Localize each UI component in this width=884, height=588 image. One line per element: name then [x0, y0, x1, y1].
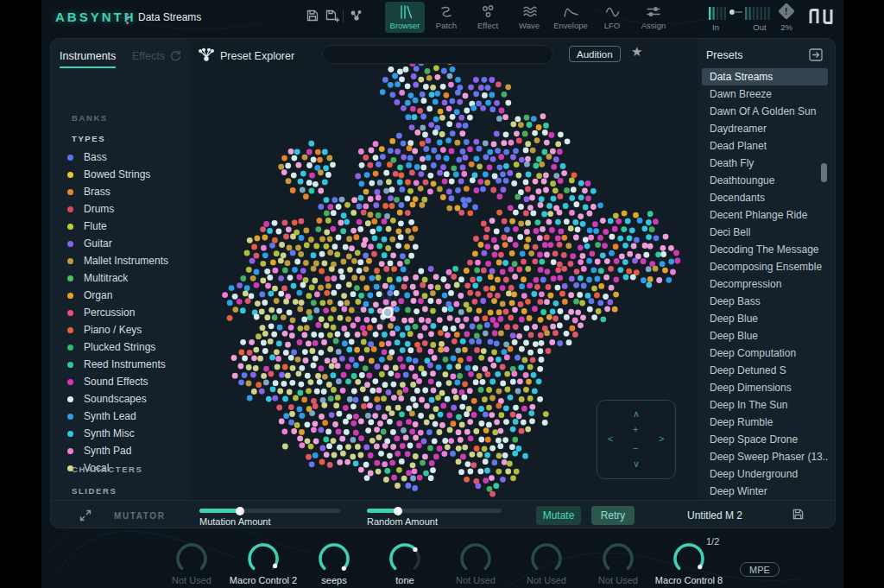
pan-down-button[interactable]: ∨: [633, 459, 640, 469]
tab-assign[interactable]: Assign: [634, 2, 673, 33]
type-filter-piano-keys[interactable]: Piano / Keys: [51, 321, 189, 338]
tab-envelope[interactable]: Envelope: [551, 2, 590, 33]
tab-effects[interactable]: Effects: [132, 50, 165, 62]
preset-row[interactable]: Deathtoungue: [702, 172, 828, 189]
main-tab-bar: BrowserPatchEffectWaveEnvelopeLFOAssign: [385, 2, 673, 33]
pan-up-button[interactable]: ∧: [633, 409, 640, 419]
type-filter-drums[interactable]: Drums: [51, 200, 189, 218]
preset-row[interactable]: Daydreamer: [702, 120, 828, 137]
preset-row[interactable]: Deep Rumble: [702, 414, 828, 431]
in-meter-label: In: [706, 22, 725, 32]
preset-row[interactable]: Deep Sweep Phaser (13...: [702, 448, 828, 465]
retry-button[interactable]: Retry: [591, 506, 635, 525]
output-meter: [745, 7, 770, 20]
preset-row[interactable]: Deep Bass: [702, 293, 828, 310]
manager-icon[interactable]: [349, 9, 364, 22]
macro-knob-2[interactable]: [244, 540, 282, 578]
preset-row[interactable]: Deep Dimensions: [702, 379, 828, 396]
type-filter-multitrack[interactable]: Multitrack: [51, 269, 189, 287]
type-filter-flute[interactable]: Flute: [51, 218, 189, 235]
preset-row[interactable]: Deep Computation: [702, 345, 828, 362]
tab-browser[interactable]: Browser: [385, 2, 425, 33]
preset-row[interactable]: Decoding The Message: [702, 241, 828, 258]
pan-right-button[interactable]: >: [659, 434, 664, 444]
macro-knob-3[interactable]: [315, 540, 353, 578]
zoom-in-button[interactable]: +: [633, 425, 638, 434]
pan-left-button[interactable]: <: [608, 434, 613, 444]
favorite-star-icon[interactable]: ★: [631, 44, 642, 60]
type-color-dot: [67, 155, 73, 161]
type-filter-mallet-instruments[interactable]: Mallet Instruments: [51, 252, 189, 269]
kebab-menu-icon[interactable]: [126, 11, 129, 26]
preset-row[interactable]: Dawn Of A Golden Sun: [702, 103, 828, 120]
macro-knob-6[interactable]: [527, 540, 565, 578]
preset-row[interactable]: Death Fly: [702, 155, 828, 172]
preset-row[interactable]: Deep Blue: [702, 310, 828, 327]
type-filter-guitar[interactable]: Guitar: [51, 235, 189, 252]
preset-row[interactable]: Deep Blue: [702, 327, 828, 345]
macro-knob-7[interactable]: [599, 540, 637, 578]
explorer-tree-icon: [198, 47, 215, 63]
type-color-dot: [67, 241, 73, 247]
presets-scrollbar[interactable]: [821, 163, 827, 182]
tab-patch[interactable]: Patch: [426, 2, 466, 33]
mpe-button[interactable]: MPE: [740, 562, 780, 577]
random-amount-slider[interactable]: [367, 509, 502, 513]
macro-knob-4[interactable]: [386, 540, 424, 578]
tab-wave[interactable]: Wave: [509, 2, 549, 33]
search-input[interactable]: [322, 45, 553, 64]
preset-row[interactable]: Decent Phlange Ride: [702, 206, 828, 224]
type-label: Piano / Keys: [84, 324, 142, 336]
patch-name: Data Streams: [138, 11, 201, 23]
save-as-icon[interactable]: [325, 9, 340, 22]
preset-row[interactable]: Dead Planet: [702, 137, 828, 155]
preset-row[interactable]: Deep Space Drone: [702, 431, 828, 448]
preset-row[interactable]: Decompression: [702, 275, 828, 293]
type-label: Flute: [84, 220, 107, 232]
type-filter-percussion[interactable]: Percussion: [51, 304, 189, 321]
type-filter-bass[interactable]: Bass: [51, 149, 189, 166]
type-color-dot: [67, 362, 73, 368]
preset-row[interactable]: Deep Winter: [702, 483, 828, 500]
type-filter-plucked-strings[interactable]: Plucked Strings: [51, 338, 189, 356]
type-filter-synth-pad[interactable]: Synth Pad: [51, 442, 189, 459]
section-types[interactable]: TYPES: [72, 134, 105, 143]
effect-icon: [480, 4, 496, 19]
library-icon: [397, 4, 414, 19]
type-filter-organ[interactable]: Organ: [51, 287, 189, 304]
macro-knob-1[interactable]: [173, 540, 211, 578]
type-filter-bowed-strings[interactable]: Bowed Strings: [51, 166, 189, 183]
macro-knob-5[interactable]: [457, 540, 495, 578]
audition-button[interactable]: Audition: [569, 46, 621, 62]
preset-row[interactable]: Decomposing Ensemble: [702, 258, 828, 275]
preset-row[interactable]: Deep In The Sun: [702, 396, 828, 414]
type-filter-brass[interactable]: Brass: [51, 183, 189, 200]
type-label: Guitar: [84, 237, 112, 250]
mutate-button[interactable]: Mutate: [536, 506, 581, 525]
tab-lfo[interactable]: LFO: [592, 2, 632, 33]
zoom-out-button[interactable]: −: [633, 444, 638, 453]
type-filter-reed-instruments[interactable]: Reed Instruments: [51, 356, 189, 373]
preset-row[interactable]: Deci Bell: [702, 224, 828, 241]
preset-row[interactable]: Deep Detuned S: [702, 362, 828, 379]
section-banks[interactable]: BANKS: [72, 113, 108, 123]
expand-mutator-icon[interactable]: [79, 509, 92, 522]
reset-filters-icon[interactable]: [170, 50, 181, 61]
save-mutation-icon[interactable]: [792, 508, 805, 521]
section-characters[interactable]: CHARACTERS: [72, 465, 143, 474]
save-icon[interactable]: [306, 9, 319, 22]
preset-row[interactable]: Decendants: [702, 189, 828, 206]
type-filter-synth-misc[interactable]: Synth Misc: [51, 425, 189, 442]
preset-row[interactable]: Deep Underground: [702, 465, 828, 483]
macro-knob-8[interactable]: [670, 540, 708, 578]
tab-instruments[interactable]: Instruments: [60, 50, 116, 68]
type-filter-synth-lead[interactable]: Synth Lead: [51, 408, 189, 425]
preset-row[interactable]: Dawn Breeze: [702, 85, 828, 103]
tab-effect[interactable]: Effect: [468, 2, 508, 33]
preset-row[interactable]: Data Streams: [702, 68, 828, 85]
mutation-amount-slider[interactable]: [199, 509, 340, 513]
open-in-list-icon[interactable]: [809, 48, 823, 61]
section-sliders[interactable]: SLIDERS: [72, 486, 117, 496]
type-filter-soundscapes[interactable]: Soundscapes: [51, 390, 189, 408]
type-filter-sound-effects[interactable]: Sound Effects: [51, 373, 189, 390]
